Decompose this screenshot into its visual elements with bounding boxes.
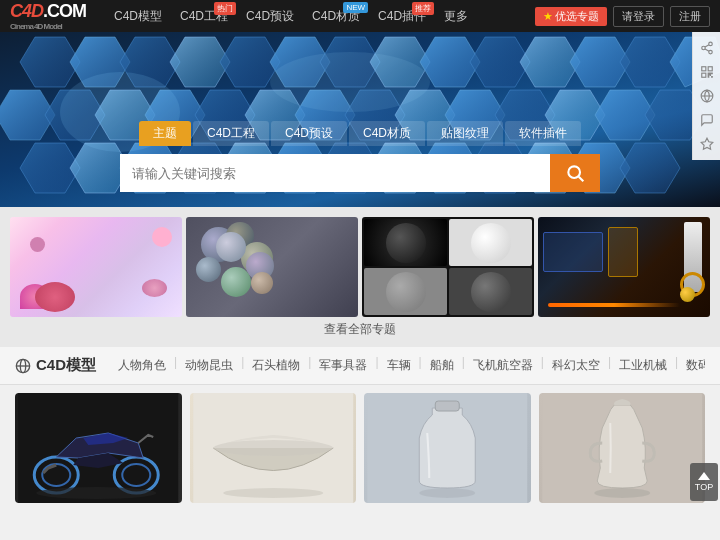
cat-item-plant[interactable]: 石头植物 [246,355,306,376]
cat-item-scifi[interactable]: 科幻太空 [546,355,606,376]
svg-point-44 [568,166,580,178]
svg-point-56 [213,440,333,456]
search-tab-software[interactable]: 软件插件 [505,121,581,146]
svg-point-64 [701,46,705,50]
hero-section: 主题 C4D工程 C4D预设 C4D材质 贴图纹理 软件插件 [0,32,720,207]
svg-point-60 [419,488,475,498]
svg-rect-68 [701,67,705,71]
qr-icon[interactable] [695,61,719,83]
nav-badge-hot: 热门 [214,2,236,15]
top-button[interactable]: TOP [690,463,718,501]
svg-point-57 [223,488,323,498]
top-arrow-icon [698,472,710,480]
svg-line-66 [705,49,709,51]
search-button[interactable] [550,154,600,192]
cat-item-character[interactable]: 人物角色 [112,355,172,376]
gallery-item-4[interactable] [538,217,710,317]
cat-item-military[interactable]: 军事具器 [313,355,373,376]
star-icon[interactable] [695,133,719,155]
nav-item-plugin[interactable]: C4D插件 推荐 [370,6,434,27]
motorcycle-model [15,393,182,503]
svg-point-54 [36,487,156,499]
gallery-item-1[interactable] [10,217,182,317]
model-card-motorcycle[interactable] [15,393,182,503]
model-card-vase[interactable] [539,393,706,503]
category-title: C4D模型 [15,356,96,375]
svg-marker-73 [701,138,713,149]
main-nav: C4D模型 C4D工程 热门 C4D预设 C4D材质 NEW C4D插件 推荐 … [106,6,523,27]
header-nav: C4D.COM Cinema 4D Model C4D模型 C4D工程 热门 C… [0,0,720,32]
header-buttons: ★ 优选专题 请登录 注册 [535,6,710,27]
gallery-view-all[interactable]: 查看全部专题 [10,317,710,342]
cat-item-boat[interactable]: 船舶 [424,355,460,376]
svg-point-63 [708,42,712,46]
models-grid [0,385,720,511]
svg-point-62 [594,488,650,498]
right-sidebar [692,32,720,160]
svg-rect-69 [708,67,712,71]
bottle-model [364,393,531,503]
category-nav: C4D模型 人物角色 | 动物昆虫 | 石头植物 | 军事具器 | 车辆 | 船… [0,347,720,385]
bowl-model [190,393,357,503]
svg-rect-59 [435,401,459,411]
gallery-section: 查看全部专题 [0,207,720,347]
cat-item-aircraft[interactable]: 飞机航空器 [467,355,539,376]
search-icon [565,163,585,183]
globe-icon [15,358,31,374]
special-topic-btn[interactable]: ★ 优选专题 [535,7,607,26]
nav-item-project[interactable]: C4D工程 热门 [172,6,236,27]
search-tabs: 主题 C4D工程 C4D预设 C4D材质 贴图纹理 软件插件 [139,121,581,146]
gallery-item-2[interactable] [186,217,358,317]
model-card-bowl[interactable] [190,393,357,503]
nav-badge-recommend: 推荐 [412,2,434,15]
svg-rect-70 [701,73,705,77]
search-tab-texture[interactable]: 贴图纹理 [427,121,503,146]
nav-item-model[interactable]: C4D模型 [106,6,170,27]
svg-line-67 [705,45,709,47]
cat-item-animal[interactable]: 动物昆虫 [179,355,239,376]
cat-item-digital[interactable]: 数码电器 [680,355,705,376]
nav-item-more[interactable]: 更多 [436,6,476,27]
search-tab-preset[interactable]: C4D预设 [271,121,347,146]
site-logo[interactable]: C4D.COM Cinema 4D Model [10,1,86,31]
nav-badge-new: NEW [343,2,368,13]
vase-model [539,393,706,503]
login-button[interactable]: 请登录 [613,6,664,27]
chat-icon[interactable] [695,109,719,131]
category-items: 人物角色 | 动物昆虫 | 石头植物 | 军事具器 | 车辆 | 船舶 | 飞机… [112,355,705,376]
search-tab-material[interactable]: C4D材质 [349,121,425,146]
share-icon[interactable] [695,37,719,59]
nav-item-preset[interactable]: C4D预设 [238,6,302,27]
model-card-bottle[interactable] [364,393,531,503]
page-wrapper: C4D.COM Cinema 4D Model C4D模型 C4D工程 热门 C… [0,0,720,511]
cat-item-industrial[interactable]: 工业机械 [613,355,673,376]
search-input[interactable] [120,154,550,192]
svg-point-65 [708,50,712,54]
globe-nav-icon[interactable] [695,85,719,107]
search-tab-project[interactable]: C4D工程 [193,121,269,146]
gallery-item-3[interactable] [362,217,534,317]
logo-subtitle: Cinema 4D Model [10,22,86,31]
hero-content: 主题 C4D工程 C4D预设 C4D材质 贴图纹理 软件插件 [0,32,720,207]
search-tab-topic[interactable]: 主题 [139,121,191,146]
svg-line-45 [579,177,584,182]
register-button[interactable]: 注册 [670,6,710,27]
cat-item-vehicle[interactable]: 车辆 [381,355,417,376]
gallery-grid [10,217,710,317]
nav-item-material[interactable]: C4D材质 NEW [304,6,368,27]
search-bar [120,154,600,192]
